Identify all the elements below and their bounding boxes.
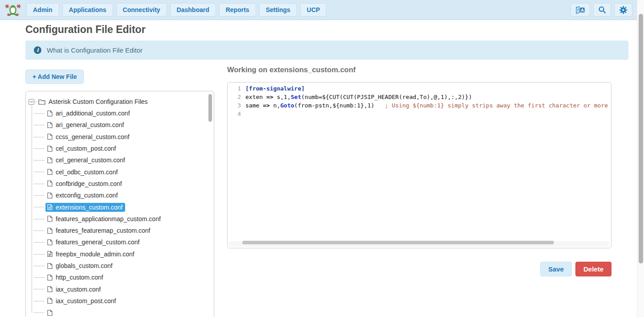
add-new-file-button[interactable]: + Add New File: [25, 70, 84, 84]
tree-item-features_applicationmap_custom.conf[interactable]: features_applicationmap_custom.conf: [28, 213, 214, 225]
info-icon: i: [34, 46, 41, 54]
file-icon: [47, 309, 53, 316]
file-icon: [47, 110, 53, 117]
code-area[interactable]: 1[from-signalwire]2exten => s,1,Set(numb…: [228, 82, 611, 119]
editor-actions: Save Delete: [227, 262, 611, 276]
tree-item-label: ari_additional_custom.conf: [56, 110, 130, 117]
tree-item-http_custom.conf[interactable]: http_custom.conf: [28, 272, 214, 283]
code-line-3[interactable]: 3same => n,Goto(from-pstn,${numb:1},1) ;…: [229, 102, 611, 111]
code-text: [from-signalwire]: [245, 85, 305, 94]
tree-root-label: Asterisk Custom Configuration Files: [49, 98, 148, 105]
save-button[interactable]: Save: [540, 262, 572, 276]
what-is-editor-panel[interactable]: i What is Configuration File Editor: [25, 41, 628, 60]
svg-text:A: A: [581, 8, 584, 12]
tree-scrollbar-thumb[interactable]: [208, 94, 212, 122]
code-text: same => n,Goto(from-pstn,${numb:1},1) ; …: [245, 102, 608, 111]
tree-item-features_featuremap_custom.conf[interactable]: features_featuremap_custom.conf: [28, 225, 214, 236]
tree-item-iax_custom.conf[interactable]: iax_custom.conf: [28, 283, 214, 295]
tree-item-features_general_custom.conf[interactable]: features_general_custom.conf: [28, 236, 214, 248]
page-scrollbar[interactable]: [637, 0, 644, 317]
file-tree: Asterisk Custom Configuration Files ari_…: [26, 91, 214, 317]
file-icon: [47, 239, 53, 246]
code-line-1[interactable]: 1[from-signalwire]: [229, 85, 611, 94]
search-icon: [598, 6, 606, 14]
file-icon: [47, 286, 53, 292]
tree-item-label: cel_general_custom.conf: [56, 156, 125, 164]
tree-item-confbridge_custom.conf[interactable]: confbridge_custom.conf: [28, 178, 214, 189]
gear-button[interactable]: [614, 3, 632, 16]
line-number: 1: [229, 85, 241, 94]
search-button[interactable]: [593, 3, 611, 16]
tree-item-extensions_custom.conf[interactable]: extensions_custom.conf: [28, 201, 214, 213]
tree-item-label: features_featuremap_custom.conf: [56, 227, 150, 234]
tree-item-label: globals_custom.conf: [56, 262, 113, 269]
freepbx-frog-logo[interactable]: [4, 3, 21, 17]
tree-item-label: http_custom.conf: [56, 274, 103, 281]
file-icon: [47, 263, 53, 269]
language-button[interactable]: A: [571, 3, 590, 16]
tree-item-label: freepbx_module_admin.conf: [56, 251, 135, 258]
code-text: exten => s,1,Set(numb=${CUT(CUT(PJSIP_HE…: [245, 94, 472, 102]
file-icon: [47, 297, 53, 304]
tree-item-label: extensions_custom.conf: [56, 204, 122, 211]
code-editor[interactable]: 1[from-signalwire]2exten => s,1,Set(numb…: [227, 82, 611, 248]
nav-item-ucp[interactable]: UCP: [300, 3, 327, 16]
line-number: 2: [229, 94, 241, 102]
delete-button[interactable]: Delete: [575, 262, 611, 276]
tree-item-ari_additional_custom.conf[interactable]: ari_additional_custom.conf: [28, 107, 214, 119]
tree-item-label: extconfig_custom.conf: [56, 192, 118, 199]
tree-item-label: features_general_custom.conf: [56, 239, 139, 246]
file-icon: [47, 227, 53, 234]
tree-item-freepbx_module_admin.conf[interactable]: freepbx_module_admin.conf: [28, 248, 214, 260]
gear-icon: [619, 6, 628, 14]
nav-item-settings[interactable]: Settings: [259, 3, 297, 16]
line-number: 4: [229, 111, 241, 119]
tree-item-globals_custom.conf[interactable]: globals_custom.conf: [28, 260, 214, 272]
code-line-4[interactable]: 4: [229, 111, 611, 119]
code-line-2[interactable]: 2exten => s,1,Set(numb=${CUT(CUT(PJSIP_H…: [229, 94, 611, 102]
alert-text: What is Configuration File Editor: [47, 46, 143, 54]
file-icon: [47, 145, 53, 152]
tree-item-label: iax_custom.conf: [56, 286, 101, 293]
file-text-icon: [47, 204, 53, 210]
tree-connector-stub: [34, 102, 37, 102]
file-icon: [47, 274, 53, 281]
file-icon: [47, 133, 53, 140]
collapse-icon[interactable]: [29, 99, 34, 105]
nav-item-connectivity[interactable]: Connectivity: [116, 3, 167, 16]
line-number: 3: [229, 102, 241, 111]
tree-root-node[interactable]: Asterisk Custom Configuration Files: [28, 96, 214, 107]
tree-item-label: iax_custom_post.conf: [56, 297, 116, 305]
tree-item-label: cel_custom_post.conf: [56, 145, 116, 152]
file-icon: [47, 122, 53, 128]
tree-item[interactable]: [28, 307, 214, 317]
tree-item-label: confbridge_custom.conf: [56, 180, 122, 187]
tree-item-cel_custom_post.conf[interactable]: cel_custom_post.conf: [28, 143, 214, 154]
file-icon: [47, 215, 53, 222]
file-tree-panel: Asterisk Custom Configuration Files ari_…: [25, 91, 214, 317]
tree-item-iax_custom_post.conf[interactable]: iax_custom_post.conf: [28, 295, 214, 307]
language-icon: A: [575, 6, 585, 14]
tree-item-extconfig_custom.conf[interactable]: extconfig_custom.conf: [28, 189, 214, 201]
file-icon: [47, 192, 53, 199]
file-icon: [47, 180, 53, 187]
page-scrollbar-thumb[interactable]: [639, 14, 643, 263]
tree-item-cel_odbc_custom.conf[interactable]: cel_odbc_custom.conf: [28, 166, 214, 177]
editor-hscrollbar[interactable]: [229, 241, 610, 247]
tree-item-ccss_general_custom.conf[interactable]: ccss_general_custom.conf: [28, 131, 214, 143]
tree-item-label: ccss_general_custom.conf: [56, 133, 130, 140]
tree-item-label: ari_general_custom.conf: [56, 121, 124, 128]
page-title: Configuration File Editor: [25, 24, 146, 36]
tree-item-label: cel_odbc_custom.conf: [56, 169, 118, 176]
editor-hscrollbar-thumb[interactable]: [242, 241, 554, 244]
file-icon: [47, 169, 53, 175]
nav-item-applications[interactable]: Applications: [62, 3, 113, 16]
top-navbar: AdminApplicationsConnectivityDashboardRe…: [0, 0, 644, 20]
nav-item-dashboard[interactable]: Dashboard: [170, 3, 216, 16]
editor-heading: Working on extensions_custom.conf: [227, 66, 355, 74]
file-icon: [47, 157, 53, 164]
nav-item-reports[interactable]: Reports: [219, 3, 256, 16]
tree-item-ari_general_custom.conf[interactable]: ari_general_custom.conf: [28, 119, 214, 131]
nav-item-admin[interactable]: Admin: [26, 3, 59, 16]
tree-item-cel_general_custom.conf[interactable]: cel_general_custom.conf: [28, 154, 214, 166]
